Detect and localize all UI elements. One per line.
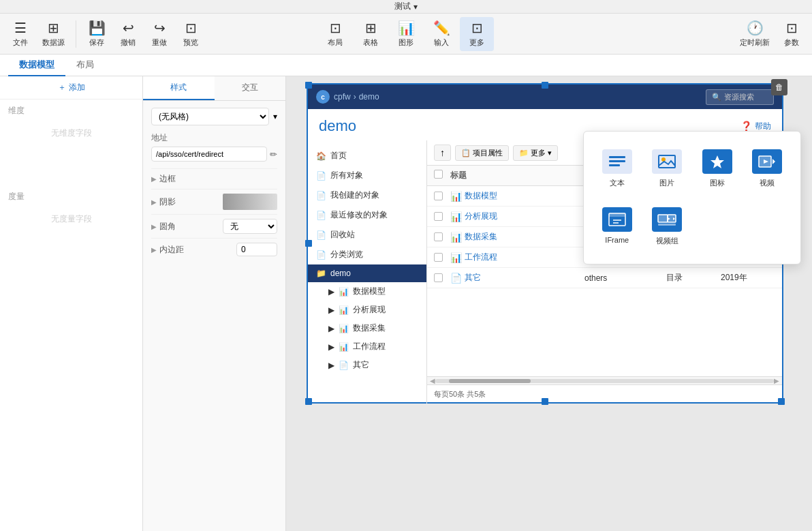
- component-iframe[interactable]: IFrame: [595, 200, 640, 253]
- sidebar-item-created[interactable]: 📄 我创建的对象: [308, 185, 426, 205]
- edit-address-button[interactable]: ✏: [270, 149, 277, 160]
- row5-type: 目录: [666, 272, 721, 284]
- svg-rect-1: [609, 160, 625, 162]
- chevron-analysis-icon: ▶: [328, 305, 334, 315]
- component-text[interactable]: 文本: [595, 142, 640, 195]
- chart-button[interactable]: 📊 图形: [389, 17, 423, 51]
- header-title: 标题: [450, 170, 584, 181]
- sidebar-child-others[interactable]: ▶ 📄 其它: [308, 356, 426, 374]
- padding-collapsible[interactable]: ▶ 内边距: [151, 244, 184, 256]
- table-scrollbar[interactable]: ◀ ▶: [427, 376, 782, 384]
- handle-br[interactable]: [778, 398, 785, 405]
- header-checkbox[interactable]: [434, 170, 443, 179]
- tab-layout[interactable]: 布局: [65, 55, 105, 76]
- component-image[interactable]: 图片: [645, 142, 690, 195]
- breadcrumb-cpfw[interactable]: cpfw: [334, 92, 351, 102]
- handle-t[interactable]: [542, 82, 548, 89]
- address-input[interactable]: /api/sso/cert/redirect: [151, 147, 267, 162]
- row5-updated: 2019年: [721, 272, 775, 284]
- more-button[interactable]: ⊡ 更多: [460, 17, 494, 51]
- padding-input[interactable]: [236, 243, 277, 256]
- input-button[interactable]: ✏️ 输入: [424, 17, 458, 51]
- row5-checkbox[interactable]: [434, 273, 443, 282]
- sidebar-item-browse[interactable]: 📄 分类浏览: [308, 245, 426, 264]
- layout-button[interactable]: ⊡ 布局: [318, 17, 352, 51]
- search-placeholder: 资源搜索: [724, 92, 754, 102]
- row1-checkbox[interactable]: [434, 192, 443, 200]
- star-comp-icon: [702, 149, 732, 174]
- properties-button[interactable]: 📋 项目属性: [455, 145, 509, 161]
- style-select[interactable]: (无风格): [151, 108, 269, 125]
- row4-checkbox[interactable]: [434, 253, 443, 262]
- sidebar-child-collection[interactable]: ▶ 📊 数据采集: [308, 319, 426, 337]
- row2-checkbox[interactable]: [434, 212, 443, 221]
- tab-datamodel[interactable]: 数据模型: [8, 55, 65, 76]
- upload-button[interactable]: ↑: [434, 145, 451, 161]
- portal-help-link[interactable]: 帮助: [755, 121, 771, 132]
- handle-bl[interactable]: [305, 398, 312, 405]
- file-button[interactable]: ☰ 文件: [5, 17, 35, 51]
- style-tabs: 样式 交互: [143, 76, 285, 101]
- table-icon: ⊞: [365, 20, 377, 36]
- shadow-row[interactable]: ▶ 阴影: [151, 189, 277, 214]
- params-button[interactable]: ⊡ 参数: [777, 17, 807, 51]
- radius-collapsible[interactable]: ▶ 圆角: [151, 221, 176, 232]
- save-icon: 💾: [89, 20, 106, 36]
- tab-interact[interactable]: 交互: [215, 76, 286, 100]
- videogroup-comp-icon: [652, 207, 682, 232]
- created-icon: 📄: [316, 191, 326, 200]
- row5-title[interactable]: 其它: [465, 272, 481, 284]
- center-toolbar: ⊡ 布局 ⊞ 表格 📊 图形 ✏️ 输入 ⊡ 更多: [318, 17, 494, 51]
- sidebar-item-recent[interactable]: 📄 最近修改的对象: [308, 205, 426, 225]
- auto-refresh-button[interactable]: 🕐 定时刷新: [734, 17, 775, 51]
- row3-checkbox[interactable]: [434, 232, 443, 241]
- row3-title[interactable]: 数据采集: [465, 231, 497, 243]
- border-row[interactable]: ▶ 边框: [151, 168, 277, 189]
- preview-button[interactable]: ⊡ 预览: [176, 17, 206, 51]
- row2-title[interactable]: 分析展现: [465, 211, 497, 222]
- radius-label: 圆角: [159, 221, 176, 232]
- sidebar-item-home[interactable]: 🏠 首页: [308, 146, 426, 166]
- undo-button[interactable]: ↩ 撤销: [113, 17, 143, 51]
- sidebar-item-trash[interactable]: 📄 回收站: [308, 225, 426, 245]
- scrollbar-thumb[interactable]: [449, 379, 531, 383]
- sidebar-recent-label: 最近修改的对象: [330, 209, 388, 221]
- datasource-button[interactable]: ⊞ 数据源: [37, 17, 70, 51]
- handle-b[interactable]: [542, 398, 548, 405]
- portal-search[interactable]: 🔍 资源搜索: [706, 89, 774, 105]
- text-comp-icon: [602, 149, 632, 174]
- sidebar-child-datamodel[interactable]: ▶ 📊 数据模型: [308, 282, 426, 301]
- scroll-left-icon[interactable]: ◀: [430, 377, 435, 384]
- image-comp-icon: [652, 149, 682, 174]
- component-grid: 文本 图片: [595, 142, 790, 253]
- sidebar-item-all[interactable]: 📄 所有对象: [308, 166, 426, 185]
- scroll-right-icon[interactable]: ▶: [774, 377, 779, 384]
- scrollbar-track[interactable]: [435, 379, 774, 383]
- breadcrumb-demo[interactable]: demo: [359, 92, 379, 102]
- sidebar-item-demo[interactable]: 📁 demo: [308, 264, 426, 282]
- middle-panel: 样式 交互 (无风格) ▾ 地址 /api/sso/cert/redirect …: [143, 76, 286, 531]
- save-button[interactable]: 💾 保存: [82, 17, 112, 51]
- row4-title[interactable]: 工作流程: [465, 252, 497, 263]
- row1-title[interactable]: 数据模型: [465, 190, 497, 202]
- handle-tl[interactable]: [305, 82, 312, 89]
- redo-button[interactable]: ↪ 重做: [144, 17, 174, 51]
- component-video[interactable]: 视频: [745, 142, 790, 195]
- right-toolbar: 🕐 定时刷新 ⊡ 参数: [734, 17, 807, 51]
- component-star[interactable]: 图标: [695, 142, 740, 195]
- tab-style[interactable]: 样式: [143, 76, 215, 100]
- title-dropdown-icon[interactable]: ▾: [413, 2, 418, 12]
- component-videogroup[interactable]: 视频组: [645, 200, 690, 253]
- more-portal-button[interactable]: 📁 更多 ▾: [513, 145, 558, 161]
- sidebar-child-analysis[interactable]: ▶ 📊 分析展现: [308, 301, 426, 319]
- handle-l[interactable]: [305, 240, 312, 247]
- portal-breadcrumb: cpfw › demo: [334, 92, 379, 102]
- sidebar-child-workflow[interactable]: ▶ 📊 工作流程: [308, 337, 426, 356]
- delete-widget-button[interactable]: 🗑: [771, 79, 787, 95]
- radius-select[interactable]: 无: [223, 219, 277, 234]
- canvas-area: 🗑 c cpfw › demo 🔍 资源搜索 demo ❓: [286, 76, 812, 531]
- add-button[interactable]: ＋ 添加: [58, 82, 85, 93]
- table-button[interactable]: ⊞ 表格: [354, 17, 388, 51]
- row4-title-cell: 📊 工作流程: [450, 252, 584, 263]
- file-label: 文件: [13, 37, 28, 48]
